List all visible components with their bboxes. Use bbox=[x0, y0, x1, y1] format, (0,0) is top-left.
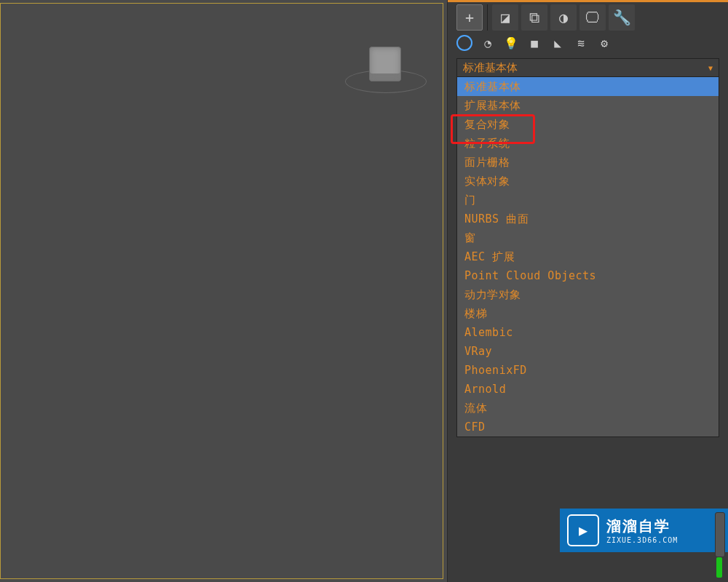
watermark-play-icon: ▶ bbox=[567, 514, 599, 546]
hierarchy-tab-icon[interactable]: ⧉ bbox=[521, 4, 547, 31]
dropdown-option[interactable]: Arnold bbox=[457, 380, 719, 399]
dropdown-option[interactable]: AEC 扩展 bbox=[457, 247, 719, 266]
dropdown-option[interactable]: 粒子系统 bbox=[457, 134, 719, 153]
shapes-icon[interactable]: ◔ bbox=[480, 35, 496, 51]
helpers-icon[interactable]: ◣ bbox=[550, 35, 566, 51]
lights-icon[interactable]: 💡 bbox=[503, 35, 519, 51]
utilities-tab-icon[interactable]: 🔧 bbox=[609, 4, 635, 31]
dropdown-option[interactable]: NURBS 曲面 bbox=[457, 210, 719, 228]
dropdown-option[interactable]: PhoenixFD bbox=[457, 361, 719, 380]
chevron-down-icon: ▼ bbox=[708, 64, 713, 72]
dropdown-option[interactable]: VRay bbox=[457, 342, 719, 361]
dropdown-option[interactable]: 窗 bbox=[457, 228, 719, 247]
watermark-text: 溜溜自学 ZIXUE.3D66.COM bbox=[606, 517, 678, 544]
dropdown-option[interactable]: 门 bbox=[457, 191, 719, 210]
dropdown-option[interactable]: CFD bbox=[457, 418, 719, 436]
dropdown-option[interactable]: 流体 bbox=[457, 399, 719, 418]
dropdown-option[interactable]: 标准基本体 bbox=[457, 77, 719, 96]
dropdown-option[interactable]: Alembic bbox=[457, 323, 719, 342]
app-root: + ◪ ⧉ ◑ 🖵 🔧 ◔ 💡 ■ ◣ ≋ ⚙ 标准基本体 ▼ 标准基本体 扩展… bbox=[0, 0, 728, 582]
viewcube-cube-icon[interactable] bbox=[369, 47, 401, 81]
spacewarps-icon[interactable]: ≋ bbox=[573, 35, 589, 51]
watermark-title: 溜溜自学 bbox=[606, 517, 678, 536]
scrollbar-track[interactable] bbox=[715, 512, 725, 557]
dropdown-option[interactable]: 复合对象 bbox=[457, 115, 719, 134]
modify-tab-icon[interactable]: ◪ bbox=[492, 4, 518, 31]
panel-scrollbar[interactable] bbox=[712, 509, 727, 582]
create-category-bar: ◔ 💡 ■ ◣ ≋ ⚙ bbox=[448, 33, 728, 55]
watermark: ▶ 溜溜自学 ZIXUE.3D66.COM bbox=[560, 509, 728, 552]
systems-icon[interactable]: ⚙ bbox=[596, 35, 612, 51]
dropdown-option[interactable]: 楼梯 bbox=[457, 304, 719, 323]
create-tab-icon[interactable]: + bbox=[456, 4, 483, 31]
command-panel: + ◪ ⧉ ◑ 🖵 🔧 ◔ 💡 ■ ◣ ≋ ⚙ 标准基本体 ▼ 标准基本体 扩展… bbox=[447, 0, 728, 582]
tab-separator bbox=[487, 4, 488, 31]
geometry-type-dropdown-list: 标准基本体 扩展基本体 复合对象 粒子系统 面片栅格 实体对象 门 NURBS … bbox=[456, 77, 719, 437]
command-panel-tabs: + ◪ ⧉ ◑ 🖵 🔧 bbox=[448, 0, 728, 33]
dropdown-option[interactable]: 扩展基本体 bbox=[457, 96, 719, 115]
motion-tab-icon[interactable]: ◑ bbox=[550, 4, 577, 31]
viewcube[interactable] bbox=[345, 42, 425, 97]
cameras-icon[interactable]: ■ bbox=[526, 35, 542, 51]
viewport[interactable] bbox=[0, 0, 447, 582]
dropdown-selected-label: 标准基本体 bbox=[463, 61, 518, 75]
dropdown-option[interactable]: Point Cloud Objects bbox=[457, 266, 719, 285]
status-led-icon bbox=[716, 557, 722, 578]
dropdown-option[interactable]: 动力学对象 bbox=[457, 285, 719, 304]
geometry-type-dropdown[interactable]: 标准基本体 ▼ bbox=[456, 58, 719, 77]
geometry-icon[interactable] bbox=[456, 35, 472, 51]
watermark-subtitle: ZIXUE.3D66.COM bbox=[606, 536, 678, 544]
dropdown-option[interactable]: 实体对象 bbox=[457, 172, 719, 191]
display-tab-icon[interactable]: 🖵 bbox=[579, 4, 606, 31]
dropdown-option[interactable]: 面片栅格 bbox=[457, 153, 719, 172]
